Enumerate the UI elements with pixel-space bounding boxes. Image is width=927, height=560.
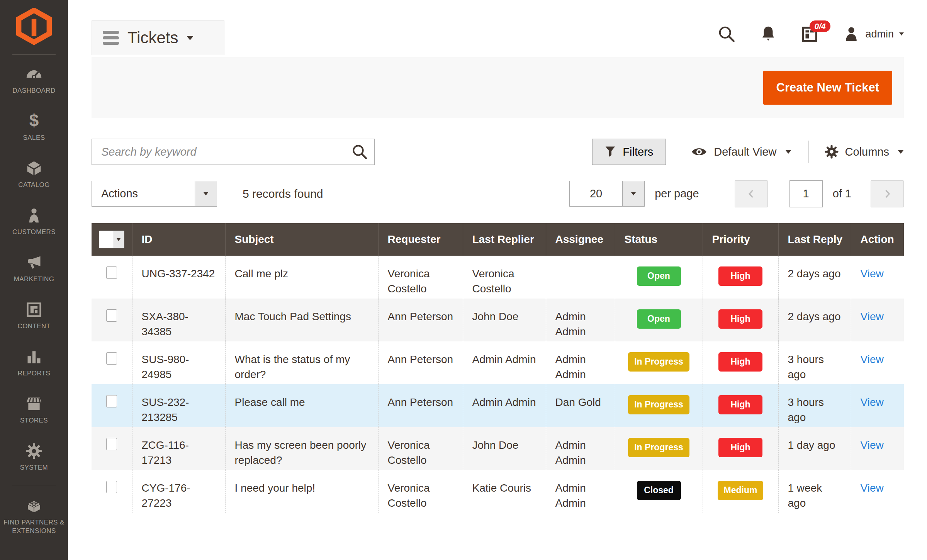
- view-link[interactable]: View: [861, 353, 884, 365]
- sidebar-item-reports[interactable]: REPORTS: [0, 339, 68, 387]
- table-body: UNG-337-2342Call me plzVeronica Costello…: [92, 256, 904, 513]
- view-link[interactable]: View: [861, 482, 884, 494]
- cell-last_replier: John Doe: [463, 299, 546, 341]
- row-checkbox[interactable]: [106, 266, 117, 279]
- admin-menu[interactable]: admin: [843, 25, 904, 42]
- row-checkbox[interactable]: [106, 395, 117, 407]
- cell-requester: Veronica Costello: [378, 256, 463, 299]
- cell-assignee: Admin Admin: [546, 427, 615, 470]
- extensions-brick-icon: [25, 497, 42, 514]
- view-link[interactable]: View: [861, 311, 884, 322]
- per-page-label: per page: [655, 187, 699, 200]
- search-icon[interactable]: [351, 144, 368, 160]
- row-checkbox[interactable]: [106, 438, 117, 450]
- sidebar-item-customers[interactable]: CUSTOMERS: [0, 198, 68, 245]
- status-badge: In Progress: [628, 438, 689, 457]
- previous-page-button[interactable]: [735, 180, 768, 207]
- priority-badge: High: [718, 352, 762, 372]
- grid-controls-right: 20 per page of 1: [569, 181, 904, 207]
- columns-dropdown[interactable]: Columns: [824, 144, 904, 159]
- sidebar-item-find-partners[interactable]: FIND PARTNERS & EXTENSIONS: [0, 487, 68, 545]
- per-page-caret[interactable]: [622, 181, 644, 206]
- keyword-search: [92, 139, 375, 165]
- page-title-menu[interactable]: Tickets: [92, 20, 224, 55]
- notifications-bell-icon[interactable]: [759, 25, 777, 43]
- table-row: SUS-232-213285Please call meAnn Peterson…: [92, 384, 904, 427]
- grid-toolbar: Filters Default View: [92, 139, 904, 165]
- grid-controls-left: Actions 5 records found: [92, 181, 323, 207]
- cell-subject: Has my screen been poorly replaced?: [225, 427, 378, 470]
- sidebar-item-stores[interactable]: STORES: [0, 387, 68, 434]
- per-page-value: 20: [570, 181, 622, 206]
- column-header-last_reply[interactable]: Last Reply: [778, 223, 851, 256]
- select-all-dropdown[interactable]: [99, 231, 124, 248]
- sidebar-item-catalog[interactable]: CATALOG: [0, 151, 68, 198]
- priority-badge: Medium: [718, 481, 764, 500]
- cell-last_replier: Admin Admin: [463, 384, 546, 427]
- sidebar-item-label: STORES: [18, 416, 50, 425]
- column-header-action[interactable]: Action: [851, 223, 904, 256]
- view-link[interactable]: View: [861, 439, 884, 451]
- cell-last_reply: 3 hours ago: [778, 384, 851, 427]
- sidebar-divider: [12, 485, 56, 485]
- table-row: ZCG-116-17213Has my screen been poorly r…: [92, 427, 904, 470]
- sidebar-divider: [12, 54, 56, 54]
- actions-select[interactable]: Actions: [92, 181, 217, 207]
- cell-assignee: Admin Admin: [546, 470, 615, 513]
- magento-logo-icon[interactable]: [15, 8, 53, 45]
- row-checkbox[interactable]: [106, 481, 117, 493]
- page-number-input[interactable]: [789, 180, 823, 207]
- priority-badge: High: [718, 309, 762, 329]
- column-header-requester[interactable]: Requester: [378, 223, 463, 256]
- sidebar-item-label: CONTENT: [15, 322, 53, 331]
- column-header-subject[interactable]: Subject: [225, 223, 378, 256]
- chevron-left-icon: [745, 187, 758, 200]
- cell-last_replier: Admin Admin: [463, 341, 546, 384]
- default-view-label: Default View: [714, 146, 776, 158]
- sidebar-item-marketing[interactable]: MARKETING: [0, 245, 68, 292]
- view-link[interactable]: View: [861, 396, 884, 408]
- status-badge: In Progress: [628, 395, 689, 414]
- cell-assignee: Admin Admin: [546, 341, 615, 384]
- filters-button[interactable]: Filters: [592, 139, 666, 165]
- actions-caret[interactable]: [195, 181, 217, 206]
- per-page-select[interactable]: 20: [569, 181, 645, 207]
- column-header-assignee[interactable]: Assignee: [546, 223, 615, 256]
- records-found: 5 records found: [243, 187, 323, 200]
- column-header-last_replier[interactable]: Last Replier: [463, 223, 546, 256]
- select-all-checkbox[interactable]: [99, 231, 113, 248]
- column-header-priority[interactable]: Priority: [703, 223, 778, 256]
- select-all-caret-icon[interactable]: [113, 231, 124, 248]
- global-search-icon[interactable]: [718, 25, 735, 43]
- default-view-dropdown[interactable]: Default View: [691, 146, 791, 158]
- sidebar-item-label: REPORTS: [15, 369, 53, 378]
- cell-id: UNG-337-2342: [132, 256, 225, 299]
- messages-count-badge: 0/4: [810, 20, 830, 32]
- filters-label: Filters: [623, 146, 653, 158]
- column-header-id[interactable]: ID: [132, 223, 225, 256]
- sidebar-item-system[interactable]: SYSTEM: [0, 434, 68, 481]
- cell-last_reply: 2 days ago: [778, 256, 851, 299]
- row-checkbox[interactable]: [106, 352, 117, 365]
- view-link[interactable]: View: [861, 268, 884, 280]
- status-badge: Open: [637, 266, 681, 286]
- column-header-select: [92, 223, 132, 256]
- catalog-icon: [25, 160, 42, 177]
- row-checkbox[interactable]: [106, 309, 117, 322]
- action-panel: Create New Ticket: [92, 57, 904, 118]
- system-messages-icon[interactable]: 0/4: [801, 25, 819, 43]
- sidebar-item-sales[interactable]: $ SALES: [0, 104, 68, 151]
- create-new-ticket-button[interactable]: Create New Ticket: [763, 71, 893, 105]
- dashboard-icon: [25, 66, 42, 83]
- admin-caret-icon: [899, 32, 904, 36]
- view-caret-icon: [785, 150, 791, 154]
- sidebar-item-label: SALES: [21, 134, 48, 142]
- search-input[interactable]: [92, 139, 375, 165]
- sidebar-item-dashboard[interactable]: DASHBOARD: [0, 57, 68, 104]
- sidebar-item-label: CUSTOMERS: [10, 228, 58, 236]
- table-row: SUS-980-24985What is the status of my or…: [92, 341, 904, 384]
- next-page-button[interactable]: [871, 180, 904, 207]
- reports-icon: [25, 348, 42, 365]
- sidebar-item-content[interactable]: CONTENT: [0, 292, 68, 339]
- column-header-status[interactable]: Status: [615, 223, 703, 256]
